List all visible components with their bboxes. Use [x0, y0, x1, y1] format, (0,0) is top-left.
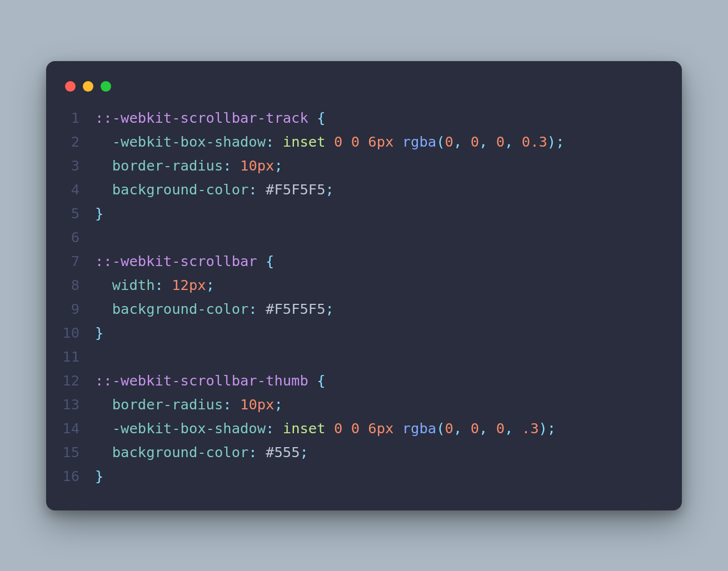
close-icon[interactable]	[65, 81, 76, 92]
code-token	[487, 420, 496, 437]
code-token: :	[223, 396, 231, 413]
code-token: 0	[334, 420, 342, 437]
code-line[interactable]: 7::-webkit-scrollbar {	[46, 249, 682, 273]
code-token	[360, 133, 368, 150]
line-number: 14	[46, 417, 95, 440]
code-token: background-color	[112, 181, 249, 198]
code-token: {	[317, 372, 325, 389]
code-line[interactable]: 3 border-radius: 10px;	[46, 154, 682, 178]
code-token	[360, 420, 368, 437]
code-token: border-radius	[112, 157, 223, 174]
code-token: )	[539, 420, 547, 437]
code-token: 6px	[368, 420, 393, 437]
code-line[interactable]: 16}	[46, 464, 682, 488]
code-token: ,	[453, 133, 462, 150]
code-token: ;	[326, 300, 334, 317]
code-line[interactable]: 14 -webkit-box-shadow: inset 0 0 6px rgb…	[46, 417, 682, 440]
code-token: ,	[453, 420, 462, 437]
code-token: ;	[274, 396, 282, 413]
code-token	[95, 420, 112, 437]
code-content[interactable]	[95, 345, 682, 369]
traffic-lights	[46, 77, 682, 106]
code-token: #F5F5F5	[266, 181, 325, 198]
code-token: 0.3	[522, 133, 547, 150]
code-token	[95, 277, 112, 293]
code-token: width	[112, 277, 155, 293]
code-token: rgba	[402, 420, 436, 437]
code-line[interactable]: 12::-webkit-scrollbar-thumb {	[46, 369, 682, 393]
code-line[interactable]: 13 border-radius: 10px;	[46, 393, 682, 417]
code-content[interactable]: background-color: #F5F5F5;	[95, 178, 682, 202]
code-line[interactable]: 6	[46, 226, 682, 249]
code-line[interactable]: 15 background-color: #555;	[46, 440, 682, 464]
code-token: 12px	[172, 277, 206, 293]
code-token: (	[436, 420, 445, 437]
code-token: #F5F5F5	[266, 300, 325, 317]
code-token: :	[248, 181, 257, 198]
line-number: 1	[46, 106, 95, 130]
code-token: }	[95, 205, 103, 222]
code-token: :	[154, 277, 163, 293]
code-content[interactable]: border-radius: 10px;	[95, 393, 682, 417]
code-content[interactable]: ::-webkit-scrollbar-thumb {	[95, 369, 682, 393]
code-token: 0	[496, 133, 505, 150]
code-token: ;	[547, 420, 556, 437]
code-token	[308, 372, 317, 389]
code-token: border-radius	[112, 396, 223, 413]
code-token	[462, 133, 470, 150]
code-token	[487, 133, 496, 150]
code-token: ::-webkit-scrollbar	[95, 253, 257, 269]
code-token: -webkit-box-shadow	[112, 133, 266, 150]
code-line[interactable]: 9 background-color: #F5F5F5;	[46, 297, 682, 321]
code-line[interactable]: 2 -webkit-box-shadow: inset 0 0 6px rgba…	[46, 130, 682, 154]
code-content[interactable]: }	[95, 464, 682, 488]
code-line[interactable]: 1::-webkit-scrollbar-track {	[46, 106, 682, 130]
code-token: ::-webkit-scrollbar-thumb	[95, 372, 308, 389]
code-window: 1::-webkit-scrollbar-track {2 -webkit-bo…	[46, 61, 682, 510]
code-content[interactable]: }	[95, 202, 682, 226]
code-line[interactable]: 4 background-color: #F5F5F5;	[46, 178, 682, 202]
line-number: 11	[46, 345, 95, 369]
minimize-icon[interactable]	[83, 81, 93, 92]
code-token	[326, 133, 334, 150]
code-token	[163, 277, 172, 293]
code-token: 0	[351, 420, 360, 437]
code-content[interactable]: }	[95, 321, 682, 345]
code-content[interactable]: -webkit-box-shadow: inset 0 0 6px rgba(0…	[95, 130, 682, 154]
code-token: 0	[445, 420, 453, 437]
code-token: ,	[479, 133, 487, 150]
code-token: ,	[505, 133, 513, 150]
code-content[interactable]: background-color: #F5F5F5;	[95, 297, 682, 321]
code-content[interactable]: ::-webkit-scrollbar {	[95, 249, 682, 273]
zoom-icon[interactable]	[101, 81, 111, 92]
code-token: {	[317, 109, 325, 126]
code-token	[462, 420, 470, 437]
code-token	[274, 133, 282, 150]
code-line[interactable]: 11	[46, 345, 682, 369]
code-content[interactable]: ::-webkit-scrollbar-track {	[95, 106, 682, 130]
code-token: :	[223, 157, 231, 174]
code-token: ;	[326, 181, 334, 198]
code-line[interactable]: 8 width: 12px;	[46, 273, 682, 297]
code-content[interactable]	[95, 226, 682, 249]
code-token: background-color	[112, 300, 249, 317]
code-token: .3	[522, 420, 539, 437]
code-token: 0	[471, 133, 479, 150]
code-token	[95, 396, 112, 413]
code-token	[257, 181, 266, 198]
code-line[interactable]: 5}	[46, 202, 682, 226]
code-token	[232, 157, 240, 174]
code-token	[308, 109, 317, 126]
code-token	[274, 420, 282, 437]
code-content[interactable]: -webkit-box-shadow: inset 0 0 6px rgba(0…	[95, 417, 682, 440]
code-token	[95, 444, 112, 460]
code-token: ,	[479, 420, 487, 437]
code-token: ;	[556, 133, 564, 150]
code-content[interactable]: border-radius: 10px;	[95, 154, 682, 178]
code-line[interactable]: 10}	[46, 321, 682, 345]
code-token	[257, 253, 266, 269]
code-content[interactable]: background-color: #555;	[95, 440, 682, 464]
code-content[interactable]: width: 12px;	[95, 273, 682, 297]
code-editor[interactable]: 1::-webkit-scrollbar-track {2 -webkit-bo…	[46, 106, 682, 488]
code-token: 0	[351, 133, 360, 150]
